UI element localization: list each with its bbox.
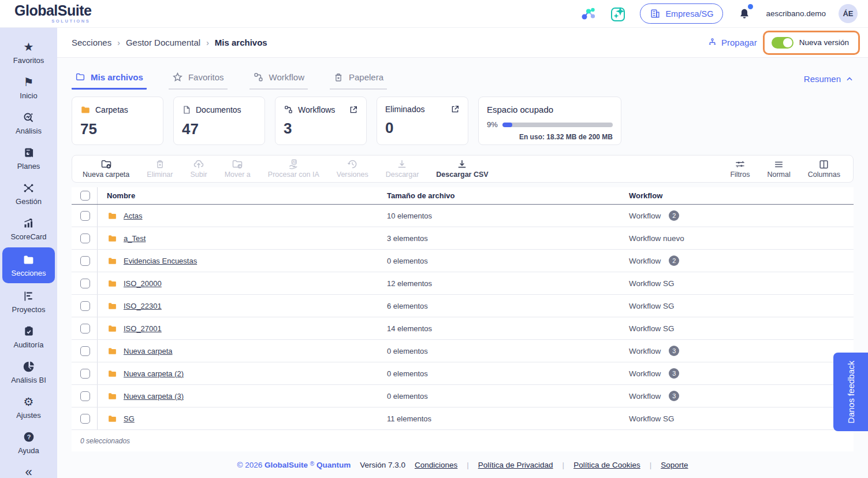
tab-mis-archivos[interactable]: Mis archivos	[72, 72, 147, 90]
external-link-icon[interactable]	[349, 105, 358, 114]
footer-divider: |	[467, 461, 469, 469]
propagar-button[interactable]: Propagar	[707, 38, 757, 47]
tab-favoritos[interactable]: Favoritos	[169, 72, 228, 90]
download-icon	[456, 158, 468, 170]
file-size-text: 3 elementos	[387, 234, 428, 243]
sidebar-item-inicio[interactable]: ⚑ Inicio	[2, 71, 55, 105]
folder-name-link[interactable]: Actas	[124, 212, 143, 220]
columns-button[interactable]: Columnas	[808, 159, 840, 179]
toolbar-button-label: Eliminar	[147, 171, 173, 179]
column-header-workflow[interactable]: Workflow	[620, 187, 854, 204]
tab-workflow[interactable]: Workflow	[249, 72, 308, 90]
notifications-bell-icon[interactable]	[736, 5, 753, 23]
row-checkbox[interactable]	[80, 234, 90, 243]
breadcrumb: Secciones › Gestor Documental › Mis arch…	[72, 38, 267, 47]
filters-button[interactable]: Filtros	[730, 159, 750, 179]
row-checkbox[interactable]	[80, 211, 90, 221]
row-checkbox[interactable]	[80, 301, 90, 311]
table-row[interactable]: Evidencias Encuestas 0 elementos Workflo…	[72, 250, 854, 272]
folder-name-link[interactable]: Evidencias Encuestas	[124, 257, 197, 265]
folder-name-link[interactable]: Nueva carpeta (3)	[124, 392, 184, 401]
column-header-tamano[interactable]: Tamaño de archivo	[378, 187, 620, 204]
row-checkbox[interactable]	[80, 279, 90, 288]
globalsuite-logo[interactable]: GlobalSuite SOLUTIONS	[14, 3, 91, 24]
sidebar-item-auditoria[interactable]: Auditoría	[2, 320, 55, 354]
sidebar-item-analisis[interactable]: Análisis	[2, 106, 55, 140]
company-selector-button[interactable]: Empresa/SG	[640, 3, 723, 24]
folder-name-link[interactable]: Nueva carpeta (2)	[124, 369, 184, 378]
upload-button[interactable]: Subir	[190, 158, 207, 179]
new-folder-button[interactable]: Nueva carpeta	[83, 158, 129, 179]
table-row[interactable]: ISO_27001 14 elementos Workflow SG	[72, 317, 854, 340]
row-checkbox[interactable]	[80, 346, 90, 356]
table-row[interactable]: SG 11 elementos Workflow SG	[72, 407, 854, 430]
ai-assistant-icon[interactable]	[610, 5, 627, 23]
density-normal-button[interactable]: Normal	[767, 159, 790, 179]
pie-icon	[23, 360, 35, 373]
table-row[interactable]: Actas 10 elementos Workflow2	[72, 205, 854, 227]
molecule-icon[interactable]	[580, 5, 597, 23]
card-label: Carpetas	[95, 105, 128, 114]
folder-name-link[interactable]: a_Test	[124, 234, 146, 243]
folder-icon	[107, 301, 118, 311]
footer-link-soporte[interactable]: Soporte	[661, 461, 688, 469]
select-all-checkbox[interactable]	[80, 191, 90, 201]
folder-name-link[interactable]: ISO_20000	[124, 279, 162, 288]
toolbar-button-label: Subir	[190, 171, 207, 179]
folder-name-link[interactable]: ISO_27001	[124, 324, 162, 333]
sidebar-item-ajustes[interactable]: ⚙ Ajustes	[2, 391, 55, 424]
footer-link-privacidad[interactable]: Política de Privacidad	[478, 461, 553, 469]
folder-icon	[107, 369, 118, 379]
row-checkbox[interactable]	[80, 324, 90, 334]
sidebar-item-scorecard[interactable]: ScoreCard	[2, 212, 55, 246]
folder-name-link[interactable]: SG	[124, 414, 135, 423]
nueva-version-toggle[interactable]	[772, 37, 794, 49]
sidebar-item-label: Análisis BI	[11, 376, 46, 384]
folder-name-link[interactable]: ISO_22301	[124, 302, 162, 310]
row-checkbox[interactable]	[80, 256, 90, 266]
breadcrumb-secciones[interactable]: Secciones	[72, 38, 111, 47]
external-link-icon[interactable]	[450, 105, 460, 114]
versions-button[interactable]: Versiones	[337, 158, 368, 179]
files-table: Nombre Tamaño de archivo Workflow Actas …	[72, 187, 854, 451]
table-row[interactable]: ISO_22301 6 elementos Workflow SG	[72, 295, 854, 317]
tab-papelera[interactable]: Papelera	[330, 72, 387, 90]
sidebar-item-gestion[interactable]: Gestión	[2, 177, 55, 210]
user-avatar[interactable]: ÁE	[839, 4, 858, 23]
delete-button[interactable]: Eliminar	[147, 158, 173, 179]
workflow-name: Workflow SG	[629, 414, 675, 423]
file-size-text: 0 elementos	[387, 369, 428, 378]
footer-link-cookies[interactable]: Política de Cookies	[573, 461, 640, 469]
flag-icon: ⚑	[24, 76, 34, 88]
plans-icon	[23, 146, 35, 159]
sidebar-collapse-button[interactable]: «	[25, 461, 32, 478]
sidebar-item-ayuda[interactable]: ? Ayuda	[2, 426, 55, 460]
row-checkbox[interactable]	[80, 369, 90, 379]
sidebar-item-favoritos[interactable]: ★ Favoritos	[2, 36, 55, 69]
table-row[interactable]: a_Test 3 elementos Workflow nuevo	[72, 227, 854, 250]
file-size-text: 0 elementos	[387, 347, 428, 355]
table-row[interactable]: ISO_20000 12 elementos Workflow SG	[72, 272, 854, 295]
row-checkbox[interactable]	[80, 391, 90, 401]
column-header-nombre[interactable]: Nombre	[97, 187, 378, 204]
sidebar-item-proyectos[interactable]: Proyectos	[2, 285, 55, 318]
resumen-toggle[interactable]: Resumen	[804, 74, 854, 90]
table-row[interactable]: Nueva carpeta 0 elementos Workflow3	[72, 340, 854, 362]
table-row[interactable]: Nueva carpeta (3) 0 elementos Workflow3	[72, 385, 854, 407]
move-to-button[interactable]: Mover a	[225, 158, 251, 179]
tab-label: Papelera	[349, 72, 383, 82]
table-row[interactable]: Nueva carpeta (2) 0 elementos Workflow3	[72, 362, 854, 385]
sidebar-item-analisis-bi[interactable]: Análisis BI	[2, 355, 55, 389]
columns-icon	[818, 159, 829, 170]
sidebar-item-planes[interactable]: Planes	[2, 142, 55, 175]
feedback-button[interactable]: Danos feedback	[833, 353, 868, 431]
sidebar-item-secciones[interactable]: Secciones	[2, 247, 55, 283]
folder-name-link[interactable]: Nueva carpeta	[124, 347, 173, 355]
process-with-ai-button[interactable]: AI Procesar con IA	[268, 158, 319, 179]
top-bar: GlobalSuite SOLUTIONS	[0, 0, 868, 28]
row-checkbox[interactable]	[80, 414, 90, 424]
download-csv-button[interactable]: Descargar CSV	[436, 158, 488, 179]
breadcrumb-gestor-documental[interactable]: Gestor Documental	[126, 38, 200, 47]
footer-link-condiciones[interactable]: Condiciones	[415, 461, 457, 469]
download-button[interactable]: Descargar	[386, 158, 419, 179]
